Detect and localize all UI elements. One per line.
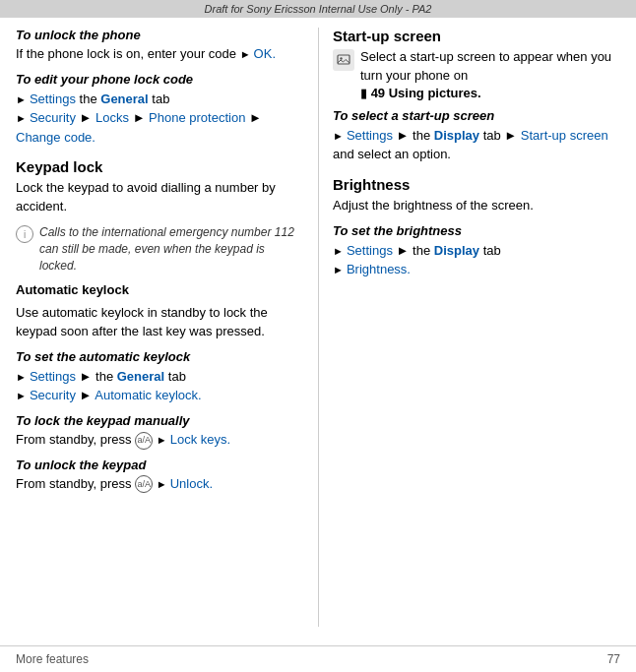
edit-lock-code-heading: To edit your phone lock code [16,72,304,87]
set-auto-keylock-nav1: ► Settings ► the General tab [16,367,304,387]
unlock-keypad-body: From standby, press a/A ► Unlock. [16,475,304,494]
startup-info-text: Select a start-up screen to appear when … [360,48,620,100]
right-column: Start-up screen Select a start-up screen… [318,28,620,627]
left-column: To unlock the phone If the phone lock is… [16,28,318,627]
top-bar-label: Draft for Sony Ericsson Internal Use Onl… [205,3,432,15]
bottom-left-label: More features [16,652,89,666]
arrow-icon-9: ► [333,245,347,257]
arrow-icon-1: ► [240,48,254,60]
key-icon-2: a/A [135,475,153,493]
arrow-icon-5: ► [16,390,30,401]
brightness-heading: Brightness [333,176,620,193]
edit-lock-nav1: ► Settings the General tab [16,90,304,109]
bottom-bar: More features 77 [0,645,636,672]
svg-rect-0 [338,55,350,64]
brightness-body: Adjust the brightness of the screen. [333,197,620,215]
image-icon [337,53,350,67]
svg-point-1 [340,57,342,59]
unlock-keypad-heading: To unlock the keypad [16,458,304,472]
set-brightness-nav2: ► Brightness. [333,260,620,279]
bottom-right-label: 77 [607,652,620,666]
top-bar: Draft for Sony Ericsson Internal Use Onl… [0,0,636,18]
arrow-icon-10: ► [333,264,347,275]
unlock-phone-heading: To unlock the phone [16,28,304,42]
set-auto-keylock-heading: To set the automatic keylock [16,349,304,364]
auto-keylock-body: Use automatic keylock in standby to lock… [16,304,304,341]
unlock-phone-body: If the phone lock is on, enter your code… [16,45,304,64]
set-brightness-nav1: ► Settings ► the Display tab [333,241,620,261]
arrow-icon-7: ► [157,478,170,490]
note-text: Calls to the international emergency num… [39,224,304,274]
lock-manually-body: From standby, press a/A ► Lock keys. [16,431,304,450]
keypad-lock-body: Lock the keypad to avoid dialling a numb… [16,179,304,216]
startup-info-block: Select a start-up screen to appear when … [333,48,620,100]
arrow-icon-2: ► [16,93,30,105]
select-startup-heading: To select a start-up screen [333,108,620,123]
set-brightness-heading: To set the brightness [333,223,620,238]
note-icon: i [16,225,33,243]
lock-manually-heading: To lock the keypad manually [16,413,304,428]
startup-icon [333,49,354,71]
auto-keylock-heading: Automatic keylock [16,281,304,300]
keypad-lock-heading: Keypad lock [16,158,304,175]
arrow-icon-8: ► [333,130,347,142]
arrow-icon-4: ► [16,371,30,383]
key-icon-1: a/A [135,432,153,450]
select-startup-nav1: ► Settings ► the Display tab ► Start-up … [333,126,620,164]
arrow-icon-3: ► [16,112,30,124]
edit-lock-nav2: ► Security ► Locks ► Phone protection ► … [16,108,304,147]
arrow-icon-6: ► [157,434,170,446]
set-auto-keylock-nav2: ► Security ► Automatic keylock. [16,386,304,405]
startup-screen-heading: Start-up screen [333,28,620,44]
note-block: i Calls to the international emergency n… [16,224,304,274]
